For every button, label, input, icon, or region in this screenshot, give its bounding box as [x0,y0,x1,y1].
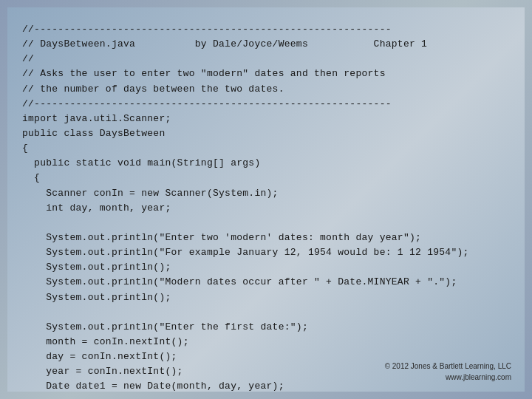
copyright-line2: www.jblearning.com [385,372,511,383]
copyright: © 2012 Jones & Bartlett Learning, LLC ww… [385,361,511,383]
copyright-line1: © 2012 Jones & Bartlett Learning, LLC [385,361,511,372]
code-block: //--------------------------------------… [22,22,502,395]
slide-container: //--------------------------------------… [7,7,525,392]
